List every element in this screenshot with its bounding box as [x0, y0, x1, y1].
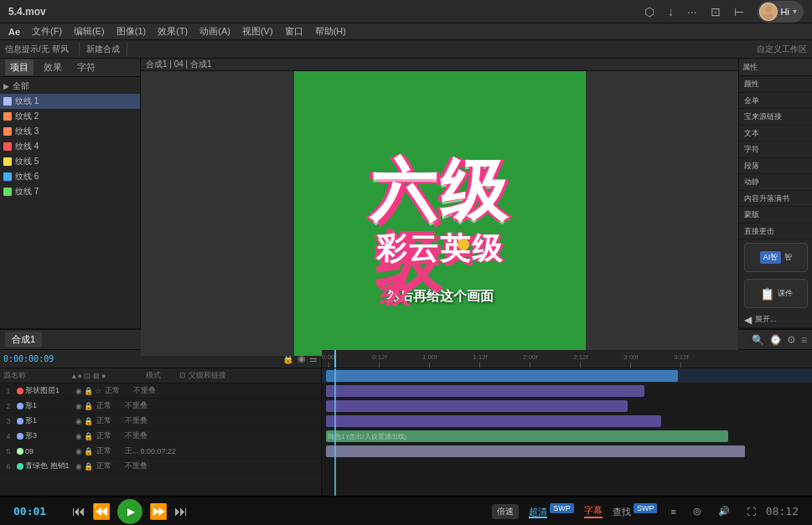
- timeline-layer-list: 1 形状图层1 ◉ 🔒 ☆ 正常 不重叠 2: [0, 383, 321, 496]
- right-item-gold[interactable]: 金单: [739, 93, 812, 109]
- fullscreen-btn[interactable]: ⛶: [743, 505, 759, 518]
- step-forward-btn[interactable]: ⏩: [149, 502, 168, 521]
- layer-eye-1[interactable]: ◉: [75, 387, 82, 395]
- course-btn[interactable]: 📋 课件: [744, 279, 808, 308]
- layer-lock-5[interactable]: 🔒: [84, 447, 93, 456]
- skip-to-start-btn[interactable]: ⏮: [72, 504, 85, 519]
- project-item-all[interactable]: ▶ 全部: [0, 79, 140, 94]
- project-item-5[interactable]: 纹线 5: [0, 154, 140, 169]
- layer-eye-2[interactable]: ◉: [75, 402, 82, 410]
- layer-solo-1[interactable]: ☆: [95, 387, 101, 395]
- layer-eye-5[interactable]: ◉: [75, 447, 82, 456]
- project-item-1[interactable]: 纹线 1: [0, 94, 140, 109]
- menu-view[interactable]: 窗口: [280, 23, 308, 39]
- volume-btn[interactable]: 🔊: [715, 504, 733, 518]
- right-item-text[interactable]: 文本: [739, 126, 812, 142]
- project-item-7[interactable]: 纹线 7: [0, 184, 140, 199]
- toolbar-new-comp[interactable]: 新建合成: [86, 44, 120, 55]
- track-3: [322, 399, 812, 414]
- layer-lock-3[interactable]: 🔒: [84, 417, 93, 425]
- tab-effects[interactable]: 效果: [39, 59, 67, 75]
- layer-eye-3[interactable]: ◉: [75, 417, 82, 425]
- right-item-source-label: 宝来源链接: [744, 111, 782, 122]
- clip-3[interactable]: [326, 400, 628, 412]
- clip-1[interactable]: [326, 370, 678, 382]
- search-btn[interactable]: 查找 SWP: [613, 504, 658, 518]
- layer-lock-6[interactable]: 🔒: [84, 462, 93, 471]
- ai-panel-btn[interactable]: AI智 智: [744, 243, 808, 272]
- menu-edit[interactable]: 编辑(E): [69, 23, 110, 39]
- layer-name-3: 形1: [25, 415, 75, 426]
- project-item-5-label: 纹线 5: [15, 156, 39, 167]
- menu-adobe[interactable]: Ae: [3, 23, 25, 39]
- subtitle-btn[interactable]: 字幕: [584, 504, 603, 518]
- menu-effect[interactable]: 动画(A): [194, 23, 235, 39]
- layer-row-6[interactable]: 6 青绿色 抱销1 ◉ 🔒 正常 不重叠: [0, 459, 321, 474]
- play-controls: ⏮ ⏪ ▶ ⏩ ⏭: [72, 499, 188, 524]
- right-item-text-label: 文本: [744, 128, 759, 139]
- right-item-color[interactable]: 颜性: [739, 76, 812, 92]
- layer-row-4[interactable]: 4 形3 ◉ 🔒 正常 不重叠: [0, 429, 321, 444]
- expand-icon: ◀: [744, 314, 752, 326]
- expand-btn[interactable]: ◀ 展开...: [739, 311, 812, 327]
- menu-composition[interactable]: 图像(1): [111, 23, 151, 39]
- layer-num-5: 5: [2, 447, 15, 456]
- clip-5[interactable]: 纯色1 (含出/入设置源出线): [326, 430, 728, 442]
- playhead[interactable]: [334, 350, 336, 368]
- tab-project[interactable]: 项目: [5, 59, 34, 75]
- viewer-canvas[interactable]: 六级 六级 彩云英级 彩云英级 然后再给这个画面: [141, 71, 738, 356]
- time-ruler: 0:00f 0:12f 1:00f 1:12f: [322, 350, 812, 368]
- right-item-direct[interactable]: 直接更击: [739, 224, 812, 239]
- play-pause-btn[interactable]: ▶: [117, 499, 142, 524]
- layer-lock-2[interactable]: 🔒: [84, 402, 93, 410]
- tl-icon-4[interactable]: ≡: [801, 334, 807, 346]
- project-item-3[interactable]: 纹线 3: [0, 124, 140, 139]
- right-item-para[interactable]: 段落: [739, 158, 812, 174]
- tl-icon-1[interactable]: 🔍: [752, 334, 764, 346]
- menu-animation[interactable]: 视图(V): [237, 23, 278, 39]
- download-icon[interactable]: ↓: [668, 5, 674, 18]
- step-back-btn[interactable]: ⏪: [92, 502, 111, 521]
- monitor-icon[interactable]: ⊡: [711, 5, 721, 18]
- clip-6[interactable]: [326, 445, 745, 457]
- layer-eye-4[interactable]: ◉: [75, 432, 82, 440]
- right-item-char[interactable]: 字符: [739, 142, 812, 157]
- layer-lock-4[interactable]: 🔒: [84, 432, 93, 440]
- clip-2[interactable]: [326, 385, 644, 397]
- right-item-mask[interactable]: 蒙版: [739, 207, 812, 223]
- circle-btn[interactable]: ◎: [690, 504, 705, 518]
- small-text-container: 彩云英级 彩云英级: [376, 229, 504, 270]
- menu-window[interactable]: 帮助(H): [310, 23, 351, 39]
- tl-icon-3[interactable]: ⚙: [787, 334, 796, 346]
- skip-to-end-btn[interactable]: ⏭: [174, 504, 188, 519]
- track-1: [322, 368, 812, 383]
- layer-row-1[interactable]: 1 形状图层1 ◉ 🔒 ☆ 正常 不重叠: [0, 383, 321, 399]
- more-icon[interactable]: ···: [687, 5, 697, 18]
- crop-icon[interactable]: ⊢: [734, 5, 744, 18]
- user-avatar-btn[interactable]: Hi ▾: [758, 1, 804, 23]
- menu-layer[interactable]: 效果(T): [153, 23, 193, 39]
- project-item-2[interactable]: 纹线 2: [0, 109, 140, 124]
- share-icon[interactable]: ⬡: [644, 5, 654, 18]
- layer-mode-5: 正常: [96, 445, 122, 456]
- layer-eye-6[interactable]: ◉: [75, 462, 82, 471]
- tl-icon-2[interactable]: ⌚: [769, 334, 782, 346]
- layer-row-5[interactable]: 5 09 ◉ 🔒 正常 王... 0:00:07:22: [0, 444, 321, 459]
- timeline-tab-comp1[interactable]: 合成1: [5, 332, 42, 347]
- clip-4[interactable]: [326, 415, 661, 427]
- layer-color-2: [17, 403, 23, 409]
- project-item-3-label: 纹线 3: [15, 126, 39, 137]
- list-btn[interactable]: ≡: [667, 505, 679, 518]
- layer-row-3[interactable]: 3 形1 ◉ 🔒 正常 不重叠: [0, 414, 321, 429]
- clarity-btn[interactable]: 超清 SWP: [529, 504, 574, 518]
- speed-btn[interactable]: 倍速: [492, 504, 519, 519]
- layer-lock-1[interactable]: 🔒: [84, 387, 93, 395]
- right-item-content[interactable]: 内容升落满书: [739, 191, 812, 207]
- right-item-source[interactable]: 宝来源链接: [739, 109, 812, 125]
- tab-character[interactable]: 字符: [72, 59, 101, 75]
- layer-row-2[interactable]: 2 形1 ◉ 🔒 正常 不重叠: [0, 399, 321, 414]
- project-item-6[interactable]: 纹线 6: [0, 169, 140, 184]
- right-item-motion[interactable]: 动静: [739, 174, 812, 190]
- menu-file[interactable]: 文件(F): [27, 23, 67, 39]
- project-item-4[interactable]: 纹线 4: [0, 139, 140, 154]
